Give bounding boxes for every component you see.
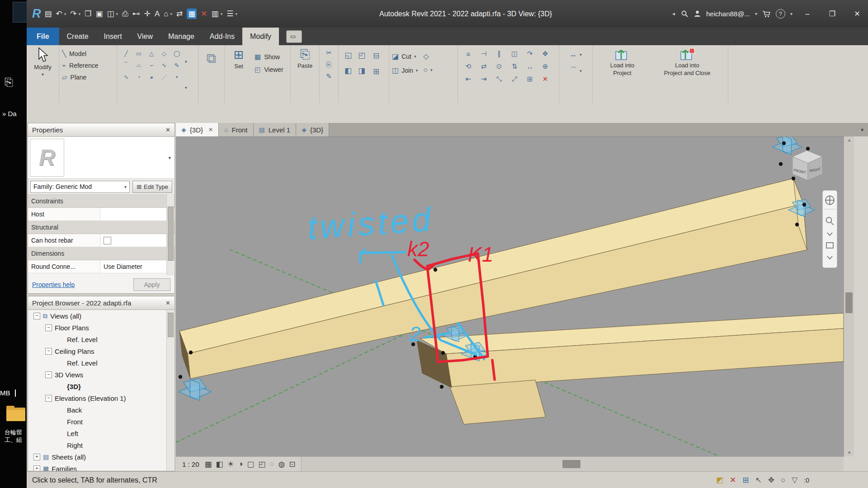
expander-icon[interactable]: + xyxy=(33,454,40,460)
demolish-icon[interactable]: ◨ xyxy=(355,63,368,78)
draw-pick-lines-icon[interactable]: ⋰ xyxy=(158,71,170,83)
family-selector-dropdown[interactable]: Family: Generic Mod ▾ xyxy=(30,181,130,193)
tab-manage[interactable]: Manage xyxy=(160,28,202,45)
draw-line-icon[interactable]: ╱ xyxy=(120,47,132,59)
undo-dropdown-icon[interactable]: ▾ xyxy=(64,12,66,16)
user-icon[interactable] xyxy=(693,10,701,18)
browser-scrollbar[interactable] xyxy=(166,310,174,471)
measure-button[interactable]: ↔▾ xyxy=(570,51,582,59)
group-structural[interactable]: Structuralˆ xyxy=(28,221,175,234)
print-icon[interactable]: ⎙ xyxy=(122,9,128,19)
geometry-option2-icon[interactable]: ⊞ xyxy=(373,67,379,76)
edit-type-button[interactable]: ⊞ Edit Type xyxy=(132,181,172,193)
worksets-icon[interactable]: ◩ xyxy=(716,475,723,485)
tree-item-ceiling-plans[interactable]: −Ceiling Plans xyxy=(28,345,175,357)
folder-icon[interactable] xyxy=(6,406,25,421)
modify-tool-button[interactable]: Modify xyxy=(34,47,51,70)
temporary-hide-isolate-icon[interactable]: ◌ xyxy=(269,460,274,469)
vertical-scroll-thumb[interactable] xyxy=(845,292,853,313)
search-icon[interactable] xyxy=(681,10,689,18)
viewer-button[interactable]: ◰Viewer xyxy=(255,66,283,74)
dimension-button[interactable]: ⌒▾ xyxy=(570,66,582,75)
trim-icon[interactable]: ↔ xyxy=(522,60,538,73)
expander-icon[interactable]: − xyxy=(45,324,52,331)
join-chevron-icon[interactable]: ▾ xyxy=(416,68,418,73)
apply-button[interactable]: Apply xyxy=(133,278,170,291)
type-preview-row[interactable]: R ▾ xyxy=(28,137,175,179)
tree-item-3d-view-current[interactable]: {3D} xyxy=(28,380,175,392)
switch-windows-dropdown-icon[interactable]: ▾ xyxy=(221,12,223,16)
copy-to-clipboard-icon[interactable]: ⎘ xyxy=(326,61,331,69)
detail-level-icon[interactable]: ▦ xyxy=(205,460,212,469)
trim-corner-icon[interactable]: ⇤ xyxy=(461,73,476,85)
horizontal-scroll-thumb[interactable] xyxy=(562,460,580,468)
schedule-icon[interactable]: ▦ xyxy=(187,9,197,19)
visual-style-icon[interactable]: ◧ xyxy=(216,460,223,469)
copy-icon[interactable]: ⇄ xyxy=(476,60,491,73)
help-icon[interactable]: ? xyxy=(776,9,785,19)
load-into-project-and-close-button[interactable]: Load into Project and Close xyxy=(664,47,711,101)
can-host-rebar-checkbox[interactable] xyxy=(104,237,111,244)
cut-button[interactable]: ◪Cut▾ xyxy=(392,52,418,61)
tree-item-front[interactable]: Front xyxy=(28,416,175,427)
dimension-chevron-icon[interactable]: ▾ xyxy=(580,69,582,73)
measure-chevron-icon[interactable]: ▾ xyxy=(580,52,582,57)
draw-rectangle-icon[interactable]: ▭ xyxy=(132,47,145,59)
viewport-horizontal-scrollbar[interactable] xyxy=(301,457,844,472)
array-icon[interactable]: ⇅ xyxy=(507,60,522,73)
draw-ellipse-icon[interactable]: ◔ xyxy=(132,71,145,83)
rotate-icon[interactable]: ↷ xyxy=(522,47,538,60)
draw-spline-icon[interactable]: ∿ xyxy=(158,59,170,71)
properties-help-link[interactable]: Properties help xyxy=(32,281,75,288)
qat-menu-icon[interactable]: ☰ xyxy=(226,9,233,19)
tab-add-ins[interactable]: Add-Ins xyxy=(202,28,242,45)
browser-scroll-thumb[interactable] xyxy=(168,313,174,337)
workset-icon[interactable]: ◫ xyxy=(107,9,114,19)
group-dimensions[interactable]: Dimensionsˆ xyxy=(28,247,175,260)
draw-center-arc-icon[interactable]: ⌓ xyxy=(132,59,145,71)
property-row-can-host-rebar[interactable]: Can host rebar xyxy=(28,234,175,247)
options-chevron-icon[interactable]: ▾ xyxy=(430,68,433,72)
mirror-axis-icon[interactable]: ∥ xyxy=(491,47,507,60)
navigation-bar[interactable] xyxy=(822,190,837,268)
show-crop-region-icon[interactable]: ◰ xyxy=(258,460,265,469)
aligned-dimension-icon[interactable]: ✛ xyxy=(144,9,151,19)
search-back-icon[interactable]: ◄ xyxy=(671,11,676,16)
pin-icon[interactable]: ⤡ xyxy=(491,73,507,85)
clipboard-icon[interactable]: ⎘ xyxy=(5,76,13,89)
scale-icon[interactable]: ⊙ xyxy=(491,60,507,73)
view-tab-3d-active[interactable]: ◈ {3D} ✕ xyxy=(176,123,219,136)
default-3d-view-icon[interactable]: ⌂ xyxy=(164,9,168,19)
file-windows-icon[interactable]: ▤ xyxy=(45,9,52,19)
geometry-options-button[interactable]: ○▾ xyxy=(423,66,432,74)
crop-view-icon[interactable]: ▢ xyxy=(247,460,254,469)
draw-partial-ellipse-icon[interactable]: ◕ xyxy=(145,71,158,83)
delete-icon[interactable]: ✕ xyxy=(538,73,553,85)
drawing-area[interactable]: FRONT RIGHT xyxy=(176,136,844,457)
close-button[interactable]: ✕ xyxy=(847,4,867,24)
tab-file[interactable]: File xyxy=(27,28,59,45)
scroll-down-icon[interactable]: ▼ xyxy=(844,449,854,456)
draw-polygon-icon[interactable]: △ xyxy=(145,47,158,59)
tree-item-back[interactable]: Back xyxy=(28,404,175,416)
tree-item-elevations[interactable]: −Elevations (Elevation 1) xyxy=(28,392,175,404)
group-constraints[interactable]: Constraintsˆ xyxy=(28,195,175,208)
open-icon[interactable]: ❒ xyxy=(85,9,91,19)
move-icon[interactable]: ✥ xyxy=(538,47,553,60)
draw-scroll-up-icon[interactable]: ▴ xyxy=(185,59,187,63)
drag-elements-icon[interactable]: ✥ xyxy=(768,475,774,485)
draw-circle-icon[interactable]: ◯ xyxy=(170,47,183,59)
expander-icon[interactable]: − xyxy=(45,395,52,402)
view-dropdown-icon[interactable]: ▾ xyxy=(170,12,173,16)
view-tab-level-1[interactable]: ▤ Level 1 xyxy=(254,123,297,136)
expander-icon[interactable]: − xyxy=(33,313,40,319)
app-store-cart-icon[interactable] xyxy=(762,10,771,18)
view-tab-3d-second[interactable]: ◈ {3D} xyxy=(296,123,329,136)
model-line-button[interactable]: ╲Model xyxy=(62,50,114,58)
round-connector-value[interactable]: Use Diameter xyxy=(100,260,175,273)
reveal-hidden-elements-icon[interactable]: ◍ xyxy=(278,460,285,469)
draw-pick-icon[interactable]: ✎ xyxy=(170,59,183,71)
select-panel-chevron-icon[interactable]: ▾ xyxy=(42,72,44,77)
viewcube[interactable]: FRONT RIGHT xyxy=(793,150,822,180)
view-tab-close-icon[interactable]: ✕ xyxy=(208,127,213,133)
